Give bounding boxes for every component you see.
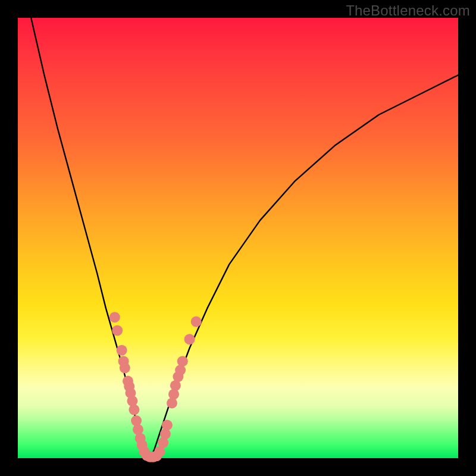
data-point xyxy=(160,428,171,439)
watermark-text: TheBottleneck.com xyxy=(346,2,470,19)
data-point xyxy=(184,334,195,345)
data-point xyxy=(109,312,120,322)
scatter-group xyxy=(109,312,202,462)
data-point xyxy=(120,362,130,373)
chart-frame: TheBottleneck.com xyxy=(0,0,476,476)
data-point xyxy=(162,420,173,431)
data-point xyxy=(127,396,137,406)
chart-svg xyxy=(18,18,458,458)
curve-group xyxy=(31,18,458,458)
data-point xyxy=(167,398,177,409)
data-point xyxy=(112,325,123,336)
data-point xyxy=(177,356,188,367)
data-point xyxy=(191,317,202,327)
plot-area xyxy=(18,18,458,458)
data-point xyxy=(117,345,127,356)
data-point xyxy=(129,405,139,415)
curve-right-branch xyxy=(150,75,458,458)
